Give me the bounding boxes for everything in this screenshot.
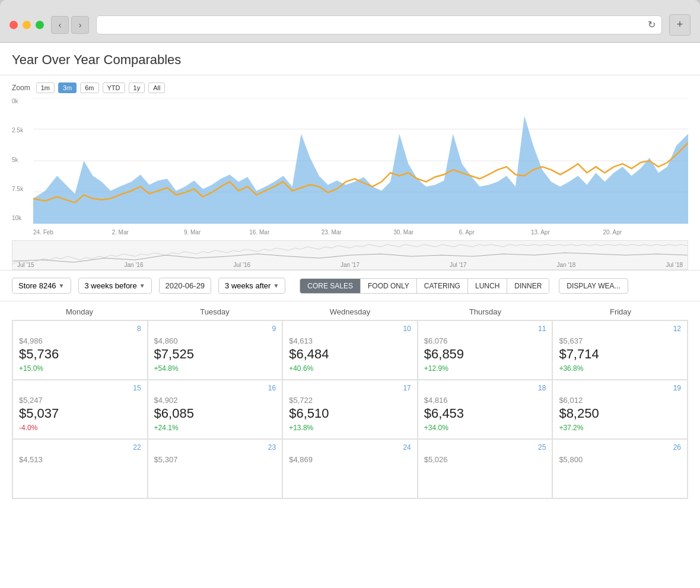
zoom-1m[interactable]: 1m — [36, 82, 55, 93]
store-chevron-icon: ▼ — [59, 282, 65, 289]
curr-value: $7,714 — [559, 347, 681, 362]
cal-cell-tue-9: 9 $4,860 $7,525 +54.8% — [148, 320, 283, 380]
close-button[interactable] — [9, 21, 18, 29]
cal-cell-thu-11: 11 $6,076 $6,859 +12.9% — [418, 320, 553, 380]
prev-value: $4,902 — [154, 396, 276, 405]
weeks-after-selector[interactable]: 3 weeks after ▼ — [218, 278, 285, 294]
page-title: Year Over Year Comparables — [12, 52, 688, 68]
display-weather-button[interactable]: DISPLAY WEA... — [559, 278, 628, 294]
traffic-lights — [9, 21, 44, 29]
change-pct: +24.1% — [154, 424, 276, 432]
change-pct: +36.8% — [559, 364, 681, 373]
metric-food-only[interactable]: FOOD ONLY — [361, 279, 417, 293]
cal-cell-tue-23: 23 $5,307 — [148, 439, 283, 498]
x-label-mar16: 16. Mar — [249, 229, 269, 236]
zoom-1y[interactable]: 1y — [129, 82, 145, 93]
prev-value: $6,076 — [424, 336, 546, 345]
day-number: 24 — [289, 443, 411, 452]
weeks-before-selector[interactable]: 3 weeks before ▼ — [78, 278, 152, 294]
curr-value: $8,250 — [559, 406, 681, 421]
calendar-grid: 8 $4,986 $5,736 +15.0% 9 $4,860 $7,525 +… — [12, 320, 688, 499]
change-pct: -4.0% — [19, 424, 141, 432]
col-header-tuesday: Tuesday — [147, 307, 282, 316]
new-tab-button[interactable]: + — [669, 14, 691, 36]
y-label-7.5k: 7.5k — [12, 186, 33, 192]
cal-cell-mon-15: 15 $5,247 $5,037 -4.0% — [12, 380, 148, 439]
calendar-header: Monday Tuesday Wednesday Thursday Friday — [12, 301, 688, 320]
day-number: 23 — [154, 443, 276, 452]
change-pct: +37.2% — [559, 424, 681, 432]
x-label-apr13: 13. Apr — [531, 229, 550, 236]
reload-icon[interactable]: ↻ — [648, 19, 656, 30]
prev-value: $6,012 — [559, 396, 681, 405]
metric-dinner[interactable]: DINNER — [507, 279, 549, 293]
prev-value: $5,307 — [154, 455, 276, 464]
metric-catering[interactable]: CATERING — [417, 279, 468, 293]
main-chart: 10k 7.5k 5k 2.5k 0k — [12, 98, 688, 240]
day-number: 12 — [559, 325, 681, 333]
browser-chrome: ‹ › ↻ + — [0, 0, 700, 43]
curr-value: $7,525 — [154, 347, 276, 362]
zoom-3m[interactable]: 3m — [58, 82, 77, 93]
back-button[interactable]: ‹ — [51, 16, 69, 34]
zoom-6m[interactable]: 6m — [80, 82, 98, 93]
change-pct: +34.0% — [424, 424, 546, 432]
x-label-apr20: 20. Apr — [603, 229, 622, 236]
line-area-chart — [33, 98, 688, 224]
prev-value: $5,247 — [19, 396, 141, 405]
fullscreen-button[interactable] — [36, 21, 44, 29]
y-label-5k: 5k — [12, 157, 33, 163]
x-label-feb24: 24. Feb — [33, 229, 53, 236]
x-label-apr6: 6. Apr — [459, 229, 475, 236]
weeks-after-label: 3 weeks after — [225, 281, 271, 290]
col-header-friday: Friday — [553, 307, 688, 316]
change-pct: +13.8% — [289, 424, 411, 432]
prev-value: $4,860 — [154, 336, 276, 345]
cal-cell-thu-18: 18 $4,816 $6,453 +34.0% — [418, 380, 553, 439]
minimize-button[interactable] — [23, 21, 31, 29]
prev-value: $4,613 — [289, 336, 411, 345]
change-pct: +54.8% — [154, 364, 276, 373]
curr-value: $5,736 — [19, 347, 141, 362]
controls-row: Store 8246 ▼ 3 weeks before ▼ 2020-06-29… — [0, 271, 700, 301]
cal-cell-thu-25: 25 $5,026 — [418, 439, 553, 498]
mini-navigator-chart[interactable]: Jul '15 Jan '16 Jul '16 Jan '17 Jul '17 … — [12, 240, 688, 270]
weeks-before-chevron-icon: ▼ — [139, 282, 145, 289]
change-pct: +40.6% — [289, 364, 411, 373]
x-axis-labels: 24. Feb 2. Mar 9. Mar 16. Mar 23. Mar 30… — [33, 224, 688, 240]
prev-value: $4,869 — [289, 455, 411, 464]
day-number: 25 — [424, 443, 546, 452]
forward-button[interactable]: › — [71, 16, 89, 34]
cal-cell-fri-12: 12 $5,637 $7,714 +36.8% — [552, 320, 688, 380]
store-selector[interactable]: Store 8246 ▼ — [12, 278, 71, 294]
chart-canvas-area — [33, 98, 688, 224]
store-label: Store 8246 — [18, 281, 56, 290]
metric-lunch[interactable]: LUNCH — [468, 279, 507, 293]
x-label-mar2: 2. Mar — [112, 229, 128, 236]
col-header-monday: Monday — [12, 307, 147, 316]
cal-cell-mon-8: 8 $4,986 $5,736 +15.0% — [12, 320, 148, 380]
prev-value: $4,986 — [19, 336, 141, 345]
zoom-all[interactable]: All — [148, 82, 165, 93]
prev-value: $4,816 — [424, 396, 546, 405]
address-bar[interactable]: ↻ — [96, 15, 662, 34]
metric-core-sales[interactable]: CORE SALES — [300, 279, 361, 293]
day-number: 22 — [19, 443, 141, 452]
mini-label-jul15: Jul '15 — [17, 262, 34, 268]
prev-value: $5,800 — [559, 455, 681, 464]
curr-value: $6,453 — [424, 406, 546, 421]
mini-label-jul17: Jul '17 — [450, 262, 467, 268]
day-number: 16 — [154, 384, 276, 392]
day-number: 18 — [424, 384, 546, 392]
zoom-ytd[interactable]: YTD — [103, 82, 125, 93]
day-number: 11 — [424, 325, 546, 333]
mini-label-jan16: Jan '16 — [125, 262, 144, 268]
change-pct: +15.0% — [19, 364, 141, 373]
mini-label-jan17: Jan '17 — [341, 262, 359, 268]
cal-cell-tue-16: 16 $4,902 $6,085 +24.1% — [148, 380, 283, 439]
mini-label-jul18: Jul '18 — [666, 262, 683, 268]
date-picker[interactable]: 2020-06-29 — [159, 278, 212, 294]
page-header: Year Over Year Comparables — [0, 43, 700, 75]
zoom-label: Zoom — [12, 84, 30, 92]
y-label-2.5k: 2.5k — [12, 127, 33, 134]
